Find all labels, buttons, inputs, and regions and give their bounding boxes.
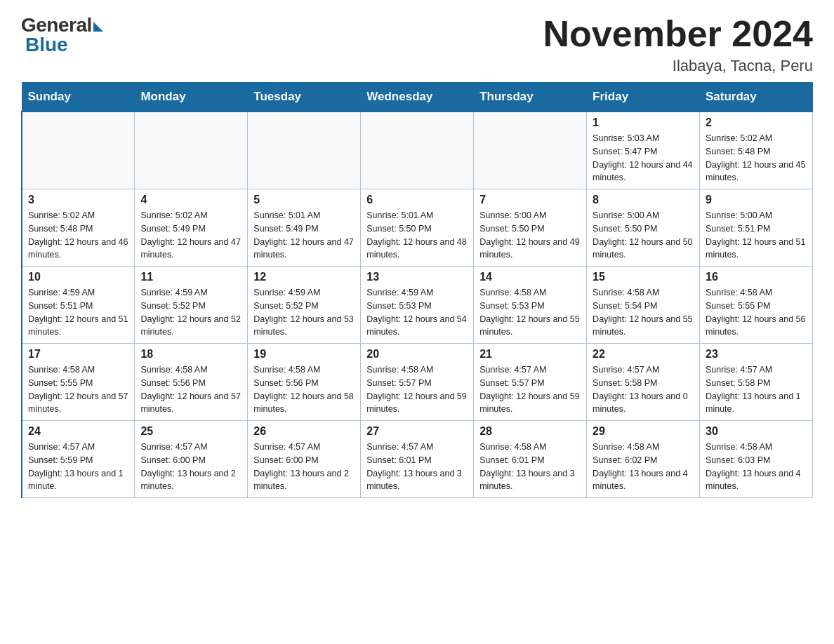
day-number: 15 [593,271,694,283]
calendar-cell: 22Sunrise: 4:57 AM Sunset: 5:58 PM Dayli… [587,344,700,421]
day-info: Sunrise: 5:01 AM Sunset: 5:50 PM Dayligh… [366,209,468,262]
calendar-week-row: 24Sunrise: 4:57 AM Sunset: 5:59 PM Dayli… [22,421,813,498]
day-info: Sunrise: 4:57 AM Sunset: 6:00 PM Dayligh… [253,441,355,493]
calendar-cell [135,112,248,189]
day-of-week-header: Thursday [474,83,587,112]
day-info: Sunrise: 5:00 AM Sunset: 5:50 PM Dayligh… [593,209,694,262]
calendar-cell: 24Sunrise: 4:57 AM Sunset: 5:59 PM Dayli… [22,421,135,498]
calendar-cell: 30Sunrise: 4:58 AM Sunset: 6:03 PM Dayli… [700,421,813,498]
day-info: Sunrise: 4:59 AM Sunset: 5:51 PM Dayligh… [28,286,128,339]
day-info: Sunrise: 5:00 AM Sunset: 5:50 PM Dayligh… [479,209,581,262]
calendar-week-row: 10Sunrise: 4:59 AM Sunset: 5:51 PM Dayli… [22,267,813,344]
day-info: Sunrise: 4:58 AM Sunset: 5:55 PM Dayligh… [28,363,128,416]
day-number: 29 [593,425,694,438]
calendar-cell: 8Sunrise: 5:00 AM Sunset: 5:50 PM Daylig… [587,189,700,267]
calendar-cell: 26Sunrise: 4:57 AM Sunset: 6:00 PM Dayli… [248,421,361,498]
calendar-cell: 15Sunrise: 4:58 AM Sunset: 5:54 PM Dayli… [587,267,700,344]
calendar-week-row: 1Sunrise: 5:03 AM Sunset: 5:47 PM Daylig… [22,112,813,189]
day-number: 3 [28,194,128,206]
day-info: Sunrise: 4:58 AM Sunset: 5:53 PM Dayligh… [479,286,581,339]
calendar-cell: 13Sunrise: 4:59 AM Sunset: 5:53 PM Dayli… [361,267,474,344]
day-number: 11 [140,271,241,283]
day-info: Sunrise: 4:59 AM Sunset: 5:53 PM Dayligh… [366,286,468,339]
calendar-cell: 1Sunrise: 5:03 AM Sunset: 5:47 PM Daylig… [587,112,700,189]
day-number: 27 [366,425,468,438]
calendar-week-row: 3Sunrise: 5:02 AM Sunset: 5:48 PM Daylig… [22,189,813,267]
calendar-cell: 17Sunrise: 4:58 AM Sunset: 5:55 PM Dayli… [22,344,135,421]
day-number: 1 [593,116,694,129]
calendar-cell: 18Sunrise: 4:58 AM Sunset: 5:56 PM Dayli… [135,344,248,421]
day-info: Sunrise: 5:03 AM Sunset: 5:47 PM Dayligh… [593,132,694,185]
calendar-cell: 6Sunrise: 5:01 AM Sunset: 5:50 PM Daylig… [361,189,474,267]
calendar-cell: 19Sunrise: 4:58 AM Sunset: 5:56 PM Dayli… [248,344,361,421]
day-of-week-header: Tuesday [248,83,361,112]
day-number: 21 [479,348,581,361]
calendar-cell: 2Sunrise: 5:02 AM Sunset: 5:48 PM Daylig… [700,112,813,189]
day-number: 9 [706,194,807,206]
day-number: 7 [479,194,581,206]
calendar-cell: 14Sunrise: 4:58 AM Sunset: 5:53 PM Dayli… [474,267,587,344]
title-block: November 2024 Ilabaya, Tacna, Peru [543,14,813,75]
day-info: Sunrise: 4:57 AM Sunset: 5:57 PM Dayligh… [479,363,581,416]
calendar-cell: 25Sunrise: 4:57 AM Sunset: 6:00 PM Dayli… [135,421,248,498]
day-info: Sunrise: 4:57 AM Sunset: 5:59 PM Dayligh… [28,441,128,493]
calendar-subtitle: Ilabaya, Tacna, Peru [543,57,813,75]
day-info: Sunrise: 4:58 AM Sunset: 6:02 PM Dayligh… [593,441,694,493]
day-info: Sunrise: 4:57 AM Sunset: 5:58 PM Dayligh… [593,363,694,416]
logo: General Blue [21,14,103,56]
calendar-week-row: 17Sunrise: 4:58 AM Sunset: 5:55 PM Dayli… [22,344,813,421]
day-info: Sunrise: 4:58 AM Sunset: 5:55 PM Dayligh… [706,286,807,339]
day-of-week-header: Monday [135,83,248,112]
day-of-week-header: Friday [587,83,700,112]
logo-arrow-icon [93,22,103,32]
day-number: 20 [366,348,468,361]
day-info: Sunrise: 5:02 AM Sunset: 5:49 PM Dayligh… [140,209,241,262]
day-info: Sunrise: 5:01 AM Sunset: 5:49 PM Dayligh… [253,209,355,262]
day-number: 23 [706,348,807,361]
day-info: Sunrise: 4:57 AM Sunset: 6:00 PM Dayligh… [140,441,241,493]
day-number: 12 [253,271,355,283]
calendar-cell: 16Sunrise: 4:58 AM Sunset: 5:55 PM Dayli… [700,267,813,344]
day-number: 5 [253,194,355,206]
day-info: Sunrise: 4:58 AM Sunset: 5:56 PM Dayligh… [253,363,355,416]
calendar-cell [474,112,587,189]
logo-blue-text: Blue [25,34,68,56]
day-info: Sunrise: 5:00 AM Sunset: 5:51 PM Dayligh… [706,209,807,262]
calendar-cell: 20Sunrise: 4:58 AM Sunset: 5:57 PM Dayli… [361,344,474,421]
day-of-week-header: Wednesday [361,83,474,112]
calendar-cell: 5Sunrise: 5:01 AM Sunset: 5:49 PM Daylig… [248,189,361,267]
day-of-week-header: Saturday [700,83,813,112]
day-info: Sunrise: 4:58 AM Sunset: 6:01 PM Dayligh… [479,441,581,493]
day-number: 17 [28,348,128,361]
day-number: 28 [479,425,581,438]
calendar-cell: 7Sunrise: 5:00 AM Sunset: 5:50 PM Daylig… [474,189,587,267]
day-number: 24 [28,425,128,438]
calendar-cell: 27Sunrise: 4:57 AM Sunset: 6:01 PM Dayli… [361,421,474,498]
day-number: 19 [253,348,355,361]
day-number: 16 [706,271,807,283]
day-info: Sunrise: 5:02 AM Sunset: 5:48 PM Dayligh… [28,209,128,262]
day-number: 22 [593,348,694,361]
day-info: Sunrise: 4:57 AM Sunset: 6:01 PM Dayligh… [366,441,468,493]
calendar-cell: 10Sunrise: 4:59 AM Sunset: 5:51 PM Dayli… [22,267,135,344]
day-info: Sunrise: 4:58 AM Sunset: 6:03 PM Dayligh… [706,441,807,493]
day-info: Sunrise: 4:58 AM Sunset: 5:56 PM Dayligh… [140,363,241,416]
calendar-cell: 28Sunrise: 4:58 AM Sunset: 6:01 PM Dayli… [474,421,587,498]
day-info: Sunrise: 4:57 AM Sunset: 5:58 PM Dayligh… [706,363,807,416]
day-number: 25 [140,425,241,438]
calendar-cell: 11Sunrise: 4:59 AM Sunset: 5:52 PM Dayli… [135,267,248,344]
page-header: General Blue November 2024 Ilabaya, Tacn… [21,14,813,75]
day-number: 8 [593,194,694,206]
calendar-cell: 29Sunrise: 4:58 AM Sunset: 6:02 PM Dayli… [587,421,700,498]
day-number: 13 [366,271,468,283]
calendar-cell [22,112,135,189]
day-info: Sunrise: 4:59 AM Sunset: 5:52 PM Dayligh… [140,286,241,339]
day-info: Sunrise: 5:02 AM Sunset: 5:48 PM Dayligh… [706,132,807,185]
day-number: 14 [479,271,581,283]
calendar-cell: 23Sunrise: 4:57 AM Sunset: 5:58 PM Dayli… [700,344,813,421]
calendar-cell [361,112,474,189]
day-number: 18 [140,348,241,361]
calendar-cell: 9Sunrise: 5:00 AM Sunset: 5:51 PM Daylig… [700,189,813,267]
day-number: 26 [253,425,355,438]
day-info: Sunrise: 4:58 AM Sunset: 5:57 PM Dayligh… [366,363,468,416]
